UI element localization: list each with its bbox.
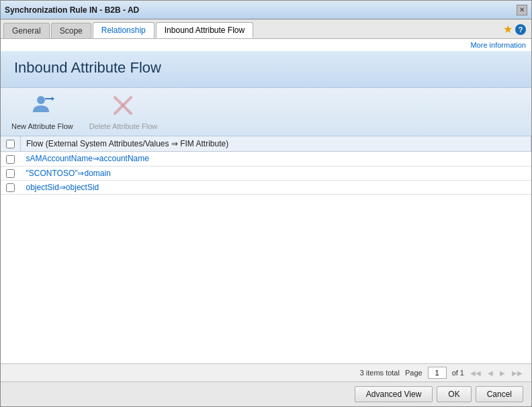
flow-link[interactable]: sAMAccountName⇒accountName xyxy=(26,154,149,163)
row-checkbox[interactable] xyxy=(6,169,15,178)
flow-table: Flow (External System Attributes/Values … xyxy=(1,136,531,195)
tab-general[interactable]: General xyxy=(3,23,50,38)
toolbar: New Attribute Flow Delete Attribute Flow xyxy=(1,88,531,136)
prev-page-button[interactable]: ◀ xyxy=(487,369,494,377)
more-info-link[interactable]: More information xyxy=(470,41,526,49)
new-attribute-flow-label: New Attribute Flow xyxy=(11,122,73,130)
delete-attribute-flow-icon xyxy=(111,93,135,121)
help-icon[interactable]: ? xyxy=(515,24,526,35)
tabs-icons: ★ ? xyxy=(503,23,526,36)
new-attribute-flow-icon xyxy=(30,93,54,121)
row-checkbox[interactable] xyxy=(6,183,15,192)
title-bar: Synchronization Rule IN - B2B - AD ✕ xyxy=(1,1,531,19)
ok-button[interactable]: OK xyxy=(437,386,471,402)
row-flow-value[interactable]: "SCONTOSO"⇒domain xyxy=(21,166,531,180)
table-row[interactable]: objectSid⇒objectSid xyxy=(1,180,531,194)
col-flow-header: Flow (External System Attributes/Values … xyxy=(21,136,531,152)
advanced-view-button[interactable]: Advanced View xyxy=(355,386,433,402)
star-icon: ★ xyxy=(503,23,513,36)
svg-point-0 xyxy=(37,96,45,104)
content-area: More information Inbound Attribute Flow xyxy=(1,39,531,381)
person-add-icon xyxy=(30,93,54,118)
svg-marker-2 xyxy=(52,97,54,101)
pagination-bar: 3 items total Page of 1 ◀◀ ◀ ▶ ▶▶ xyxy=(1,363,531,381)
more-info-bar: More information xyxy=(1,39,531,51)
cancel-button[interactable]: Cancel xyxy=(476,386,523,402)
main-window: Synchronization Rule IN - B2B - AD ✕ Gen… xyxy=(0,0,532,407)
select-all-checkbox[interactable] xyxy=(6,140,15,148)
page-number-input[interactable] xyxy=(428,367,447,379)
new-attribute-flow-button[interactable]: New Attribute Flow xyxy=(11,93,73,130)
tab-relationship[interactable]: Relationship xyxy=(93,22,154,38)
delete-attribute-flow-label: Delete Attribute Flow xyxy=(89,122,158,130)
footer: Advanced View OK Cancel xyxy=(1,381,531,406)
tab-scope[interactable]: Scope xyxy=(51,23,91,38)
flow-link[interactable]: objectSid⇒objectSid xyxy=(26,183,99,192)
table-row[interactable]: "SCONTOSO"⇒domain xyxy=(1,166,531,180)
close-button[interactable]: ✕ xyxy=(517,5,527,15)
window-title: Synchronization Rule IN - B2B - AD xyxy=(5,5,139,15)
tabs-bar: General Scope Relationship Inbound Attri… xyxy=(1,19,531,39)
row-checkbox-cell xyxy=(1,180,21,194)
tab-inbound-attribute-flow[interactable]: Inbound Attribute Flow xyxy=(156,22,253,38)
col-checkbox-header xyxy=(1,136,21,152)
row-flow-value[interactable]: sAMAccountName⇒accountName xyxy=(21,152,531,166)
next-page-button[interactable]: ▶ xyxy=(499,369,506,377)
first-page-button[interactable]: ◀◀ xyxy=(470,369,482,377)
total-pages-label: of 1 xyxy=(452,369,464,377)
flow-link[interactable]: "SCONTOSO"⇒domain xyxy=(26,169,111,178)
row-flow-value[interactable]: objectSid⇒objectSid xyxy=(21,180,531,194)
flow-table-area: Flow (External System Attributes/Values … xyxy=(1,136,531,363)
table-row[interactable]: sAMAccountName⇒accountName xyxy=(1,152,531,166)
page-header: Inbound Attribute Flow xyxy=(1,51,531,88)
page-title: Inbound Attribute Flow xyxy=(14,59,518,77)
delete-x-icon xyxy=(111,93,135,118)
row-checkbox-cell xyxy=(1,166,21,180)
items-total-label: 3 items total xyxy=(360,369,400,377)
last-page-button[interactable]: ▶▶ xyxy=(511,369,523,377)
row-checkbox[interactable] xyxy=(6,155,15,164)
delete-attribute-flow-button[interactable]: Delete Attribute Flow xyxy=(89,93,158,130)
page-label: Page xyxy=(405,369,423,377)
row-checkbox-cell xyxy=(1,152,21,166)
